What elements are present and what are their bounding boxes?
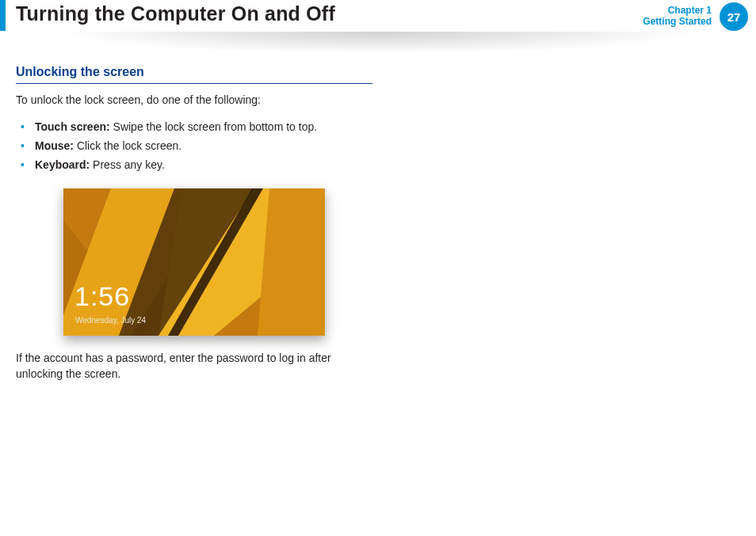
- content-column: Unlocking the screen To unlock the lock …: [16, 65, 372, 382]
- manual-page: Turning the Computer On and Off Chapter …: [0, 0, 756, 536]
- page-title: Turning the Computer On and Off: [16, 2, 335, 25]
- section-after-text: If the account has a password, enter the…: [16, 350, 357, 382]
- list-item: Keyboard: Press any key.: [17, 155, 372, 174]
- bullet-text: Click the lock screen.: [74, 139, 181, 152]
- bullet-text: Press any key.: [90, 158, 165, 171]
- svg-marker-4: [258, 188, 325, 336]
- chapter-line1: Chapter 1: [643, 5, 712, 16]
- bullet-list: Touch screen: Swipe the lock screen from…: [17, 117, 372, 174]
- section-heading: Unlocking the screen: [16, 65, 372, 84]
- list-item: Touch screen: Swipe the lock screen from…: [17, 117, 372, 136]
- bullet-label: Touch screen:: [35, 120, 110, 133]
- page-number-badge: 27: [720, 2, 748, 31]
- header-shadow: [0, 32, 756, 54]
- chapter-line2: Getting Started: [643, 16, 712, 27]
- lockscreen-time: 1:56: [74, 281, 130, 312]
- chapter-label: Chapter 1 Getting Started: [643, 5, 712, 27]
- bullet-label: Mouse:: [35, 139, 74, 152]
- lockscreen-figure: 1:56 Wednesday, July 24: [63, 188, 325, 336]
- list-item: Mouse: Click the lock screen.: [17, 136, 372, 155]
- bullet-label: Keyboard:: [35, 158, 90, 171]
- lockscreen-date: Wednesday, July 24: [75, 316, 146, 325]
- header-accent-bar: [0, 0, 6, 31]
- bullet-text: Swipe the lock screen from bottom to top…: [110, 120, 317, 133]
- page-header: Turning the Computer On and Off Chapter …: [0, 0, 756, 44]
- section-intro: To unlock the lock screen, do one of the…: [16, 93, 372, 106]
- lockscreen-art: [63, 188, 325, 336]
- page-number: 27: [727, 10, 741, 24]
- figure-wrapper: 1:56 Wednesday, July 24: [63, 188, 325, 336]
